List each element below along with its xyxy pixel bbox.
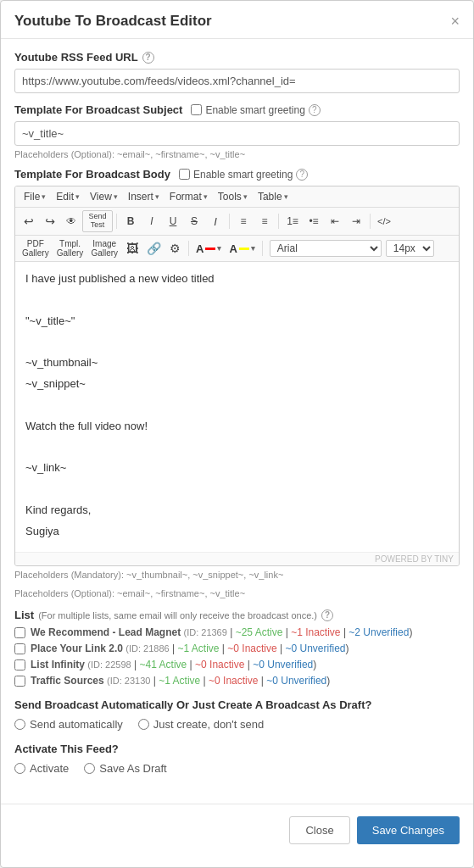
modal-header: Youtube To Broadcast Editor × [1,1,473,39]
strikethrough-button[interactable]: S [184,211,204,231]
subject-label-row: Template For Broadcast Subject Enable sm… [14,103,460,116]
body-label-row: Template For Broadcast Body Enable smart… [14,168,460,181]
send-automatically-option[interactable]: Send automatically [14,718,123,731]
subject-input[interactable] [14,121,460,146]
modal-container: Youtube To Broadcast Editor × Youtube RS… [0,0,474,868]
font-size-select[interactable]: 14px 12px 16px 18px [386,240,434,257]
toolbar-separator-5 [188,241,189,256]
tmpl-gallery-button[interactable]: Tmpl.Gallery [53,238,87,259]
list-label: List (For multiple lists, same email wil… [14,609,460,621]
activate-radio[interactable] [14,763,25,774]
modal-body: Youtube RSS Feed URL ? Template For Broa… [1,39,473,792]
toolbar-separator-6 [262,241,263,256]
body-label: Template For Broadcast Body [14,168,170,181]
body-smart-greeting-checkbox[interactable] [179,169,190,180]
modal-footer: Close Save Changes [1,804,473,856]
list-item: Place Your Link 2.0 (ID: 21886 | ~1 Acti… [14,643,460,654]
rss-url-label: Youtube RSS Feed URL ? [14,51,460,64]
activate-title: Activate This Feed? [14,743,460,755]
editor-toolbar-2: PDFGallery Tmpl.Gallery ImageGallery 🖼 🔗… [15,236,459,262]
italic-button[interactable]: I [142,211,162,231]
modal-title: Youtube To Broadcast Editor [14,13,212,30]
list-item: List Infinity (ID: 22598 | ~41 Active | … [14,659,460,670]
toolbar-separator-1 [116,214,117,229]
source-button[interactable]: </> [374,211,394,231]
font-family-select[interactable]: Arial Times New Roman Verdana [270,240,382,257]
special-char-button[interactable]: ⚙ [165,238,185,259]
menu-insert[interactable]: Insert ▾ [123,188,165,205]
rss-url-help-icon[interactable]: ? [142,52,154,64]
menu-edit[interactable]: Edit ▾ [51,188,85,205]
insert-image-button[interactable]: 🖼 [122,238,142,259]
list-item: We Recommend - Lead Magnet (ID: 21369 | … [14,626,460,638]
rss-url-input[interactable] [14,69,460,93]
close-button[interactable]: Close [289,816,349,844]
list-checkbox-1[interactable] [14,643,25,654]
insert-link-button[interactable]: 🔗 [143,238,164,259]
body-editor: File ▾ Edit ▾ View ▾ Insert ▾ Format ▾ T… [14,186,460,566]
editor-toolbar-1: ↩ ↩ 👁 Send Test B I U S I ≡ ≡ [15,208,459,236]
bold-button[interactable]: B [120,211,141,231]
activate-section: Activate This Feed? Activate Save As Dra… [14,743,460,775]
toolbar-separator-3 [278,214,279,229]
toolbar-separator-4 [370,214,371,229]
menu-table[interactable]: Table ▾ [253,188,293,205]
subject-placeholder-hint: Placeholders (Optional): ~email~, ~first… [14,149,460,159]
indent-button[interactable]: ⇥ [346,211,366,231]
list-section: List (For multiple lists, same email wil… [14,609,460,687]
broadcast-options: Send automatically Just create, don't se… [14,718,460,731]
outdent-button[interactable]: ⇤ [325,211,345,231]
modal-close-button[interactable]: × [450,14,460,29]
just-create-radio[interactable] [138,719,149,730]
send-automatically-radio[interactable] [14,719,25,730]
subject-smart-greeting-help-icon[interactable]: ? [309,104,321,116]
align-left-button[interactable]: ≡ [233,211,254,231]
preview-button[interactable]: 👁 [61,211,81,231]
subject-label: Template For Broadcast Subject [14,103,182,116]
powered-by-label: POWERED BY TINY [15,552,459,565]
subject-smart-greeting-toggle[interactable]: Enable smart greeting ? [191,104,320,116]
underline-button[interactable]: U [163,211,183,231]
list-checkbox-0[interactable] [14,627,25,638]
save-as-draft-option[interactable]: Save As Draft [84,762,166,775]
editor-menubar: File ▾ Edit ▾ View ▾ Insert ▾ Format ▾ T… [15,186,459,208]
body-smart-greeting-toggle[interactable]: Enable smart greeting ? [179,169,308,181]
editor-content-area[interactable]: I have just published a new video titled… [15,262,459,552]
redo-button[interactable]: ↩ [40,211,60,231]
align-right-button[interactable]: ≡ [254,211,275,231]
menu-tools[interactable]: Tools ▾ [213,188,253,205]
body-smart-greeting-help-icon[interactable]: ? [296,169,308,181]
list-checkbox-3[interactable] [14,676,25,687]
broadcast-title: Send Broadcast Automatically Or Just Cre… [14,698,460,711]
send-test-button[interactable]: Send Test [82,210,113,232]
menu-format[interactable]: Format ▾ [165,188,213,205]
menu-view[interactable]: View ▾ [85,188,123,205]
pdf-gallery-button[interactable]: PDFGallery [19,238,53,259]
list-help-icon[interactable]: ? [321,609,333,621]
activate-options: Activate Save As Draft [14,762,460,775]
save-changes-button[interactable]: Save Changes [357,816,460,844]
menu-file[interactable]: File ▾ [19,188,51,205]
body-optional-hint: Placeholders (Optional): ~email~, ~first… [14,588,460,598]
list-item: Traffic Sources (ID: 23130 | ~1 Active |… [14,675,460,687]
italic2-button[interactable]: I [205,211,226,231]
font-color-button[interactable]: A ▾ [192,241,225,257]
toolbar-separator-2 [229,214,230,229]
unordered-list-button[interactable]: •≡ [304,211,324,231]
subject-smart-greeting-checkbox[interactable] [191,104,202,115]
ordered-list-button[interactable]: 1≡ [282,211,303,231]
undo-button[interactable]: ↩ [19,211,39,231]
list-checkbox-2[interactable] [14,659,25,670]
save-as-draft-radio[interactable] [84,763,95,774]
just-create-option[interactable]: Just create, don't send [138,718,264,731]
body-mandatory-hint: Placeholders (Mandatory): ~v_thumbnail~,… [14,570,460,580]
image-gallery-button[interactable]: ImageGallery [87,238,121,259]
broadcast-section: Send Broadcast Automatically Or Just Cre… [14,698,460,731]
activate-option[interactable]: Activate [14,762,69,775]
highlight-color-button[interactable]: A ▾ [226,241,258,257]
